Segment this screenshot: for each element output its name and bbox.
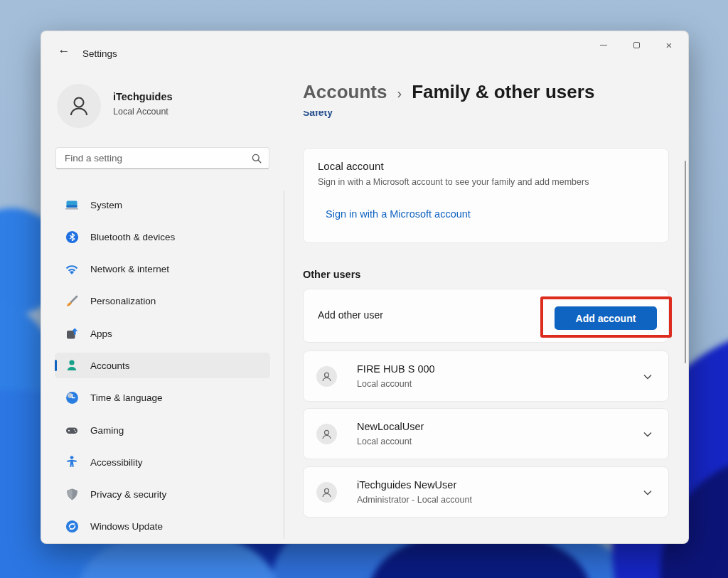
sidebar-item-accessibility[interactable]: Accessibility <box>55 449 270 475</box>
sidebar-item-gaming[interactable]: Gaming <box>55 417 270 443</box>
user-avatar-icon <box>66 93 92 119</box>
user-account-type: Local account <box>357 437 412 446</box>
chevron-down-icon[interactable] <box>643 371 653 384</box>
back-arrow-icon: ← <box>58 43 70 57</box>
clipped-safety-link[interactable]: Safety <box>303 111 333 122</box>
page-title: Family & other users <box>412 81 594 103</box>
sidebar-item-apps[interactable]: Apps <box>55 321 270 346</box>
settings-window: ← Settings × iTechguides Local Account <box>41 31 689 544</box>
maximize-icon <box>633 42 640 48</box>
sidebar-item-accounts[interactable]: Accounts <box>55 353 270 378</box>
add-account-button[interactable]: Add account <box>555 306 657 330</box>
user-account-type: Local account <box>357 379 412 389</box>
search-input[interactable] <box>56 153 245 164</box>
sidebar-item-label: Accessibility <box>90 457 143 468</box>
breadcrumb-accounts[interactable]: Accounts <box>303 81 387 103</box>
minimize-icon <box>600 45 607 46</box>
sidebar-item-network-internet[interactable]: Network & internet <box>55 257 270 282</box>
search-icon[interactable] <box>245 153 269 164</box>
gaming-icon <box>65 423 79 437</box>
close-button[interactable]: × <box>653 34 685 55</box>
privacy-security-icon <box>65 488 79 502</box>
sidebar-nav: System Bluetooth & devices <box>55 192 270 544</box>
sidebar-item-windows-update[interactable]: Windows Update <box>55 514 270 540</box>
sidebar-item-label: Personalization <box>90 296 156 306</box>
profile-name: iTechguides <box>113 91 173 102</box>
bluetooth-icon <box>65 230 79 244</box>
profile-account-type: Local Account <box>113 107 168 117</box>
chevron-down-icon[interactable] <box>643 429 653 441</box>
close-icon: × <box>666 39 673 51</box>
sidebar-content-divider <box>284 191 284 539</box>
avatar <box>316 366 337 387</box>
sidebar-item-system[interactable]: System <box>55 192 270 218</box>
time-language-icon <box>65 391 79 405</box>
avatar <box>316 482 337 503</box>
add-other-user-row: Add other user Add account <box>303 289 669 343</box>
accounts-icon <box>65 358 79 373</box>
sidebar-item-label: Accounts <box>90 360 130 371</box>
user-row-fire-hub[interactable]: FIRE HUB S 000 Local account <box>303 350 669 402</box>
sidebar-item-label: Network & internet <box>90 264 169 274</box>
user-account-type: Administrator - Local account <box>357 495 472 505</box>
profile-avatar[interactable] <box>57 84 101 128</box>
maximize-button[interactable] <box>620 34 653 55</box>
breadcrumb: Accounts › Family & other users <box>303 81 594 103</box>
windows-update-icon <box>65 520 79 534</box>
person-icon <box>321 370 333 382</box>
user-name: FIRE HUB S 000 <box>357 363 435 375</box>
desktop-wallpaper: ← Settings × iTechguides Local Account <box>0 0 728 578</box>
scrollbar[interactable] <box>685 161 686 363</box>
person-icon <box>321 428 333 440</box>
sidebar-item-label: Windows Update <box>90 521 163 532</box>
sidebar-item-personalization[interactable]: Personalization <box>55 289 270 314</box>
caption-controls: × <box>587 34 685 55</box>
sign-in-microsoft-link[interactable]: Sign in with a Microsoft account <box>326 208 471 220</box>
sidebar-item-label: Gaming <box>90 425 124 436</box>
user-row-itechguides-newuser[interactable]: iTechguides NewUser Administrator - Loca… <box>303 466 669 518</box>
sidebar-item-label: Apps <box>90 328 112 339</box>
accessibility-icon <box>65 455 79 469</box>
back-button[interactable]: ← <box>54 41 74 59</box>
sidebar-item-bluetooth-devices[interactable]: Bluetooth & devices <box>55 224 270 250</box>
minimize-button[interactable] <box>587 34 620 55</box>
sidebar-item-label: Time & language <box>90 392 163 403</box>
add-other-user-label: Add other user <box>318 309 383 321</box>
local-account-card: Local account Sign in with a Microsoft a… <box>303 148 669 243</box>
titlebar: ← Settings × <box>41 31 688 67</box>
user-name: iTechguides NewUser <box>357 479 456 491</box>
personalization-icon <box>65 294 79 309</box>
window-title: Settings <box>82 48 117 59</box>
selected-accent-bar <box>55 360 57 371</box>
network-icon <box>65 262 79 277</box>
local-account-title: Local account <box>318 160 384 172</box>
user-row-newlocaluser[interactable]: NewLocalUser Local account <box>303 408 669 459</box>
user-name: NewLocalUser <box>357 421 424 432</box>
avatar <box>316 424 337 444</box>
sidebar-item-privacy-security[interactable]: Privacy & security <box>55 482 270 508</box>
system-icon <box>65 198 79 212</box>
sidebar-item-label: System <box>90 200 122 210</box>
other-users-heading: Other users <box>303 269 360 280</box>
sidebar-item-label: Bluetooth & devices <box>90 232 175 242</box>
local-account-description: Sign in with a Microsoft account to see … <box>318 177 589 187</box>
person-icon <box>321 486 333 498</box>
breadcrumb-separator-icon: › <box>397 85 402 102</box>
sidebar-item-label: Privacy & security <box>90 489 166 500</box>
sidebar-item-time-language[interactable]: Time & language <box>55 385 270 411</box>
search-box[interactable] <box>55 147 269 169</box>
apps-icon <box>65 326 79 341</box>
chevron-down-icon[interactable] <box>643 487 653 500</box>
